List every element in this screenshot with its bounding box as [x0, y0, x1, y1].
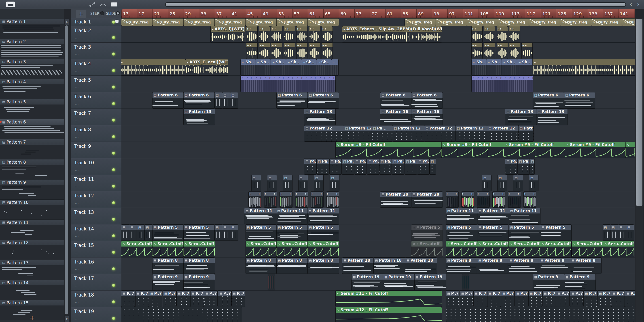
clip-pmini[interactable]: ▤ [603, 225, 611, 240]
scroll-up-icon[interactable]: ▲ [64, 19, 69, 24]
clip-chop[interactable]: ▸▸ [508, 192, 520, 207]
slide-toggle[interactable] [116, 11, 120, 15]
clip-p-7[interactable]: ▤P..7 [163, 291, 176, 307]
track-mute-led[interactable] [112, 300, 115, 304]
track-menu-dots[interactable]: ⋯ [75, 267, 79, 272]
clip-p-7[interactable]: ▤P..7 [177, 291, 190, 307]
track-header-18[interactable]: Track 18⋯ [71, 291, 122, 307]
clip-abts-l-wet[interactable]: ▸ABTS..l)(WET) [211, 26, 245, 42]
ruler-bar-101[interactable]: 101 [463, 9, 478, 18]
clip-sh[interactable]: ∞Sh.. [240, 59, 256, 75]
clip-sh[interactable]: ∞Sh.. [256, 59, 271, 75]
ruler-bar-81[interactable]: 81 [385, 9, 401, 18]
track-name[interactable]: Track 6 [74, 94, 91, 99]
playlist-lane-9[interactable]: ∿Serum #9 - Fil Cutoff∿Serum #9 - Fil Cu… [122, 142, 634, 158]
clip-sh[interactable]: ∞Sh.. [517, 59, 532, 75]
pattern-item-14[interactable]: ▤Pattern 14 [0, 280, 64, 300]
clip-p-7[interactable]: ▤P..7 [625, 291, 634, 307]
clip-p-7[interactable]: ▤P..7 [543, 291, 556, 307]
clip-chop[interactable]: ▸▸ [326, 192, 339, 207]
clip-sh[interactable]: ∞Sh.. [502, 59, 517, 75]
ruler-bar-97[interactable]: 97 [448, 9, 463, 18]
ruler-bar-85[interactable]: 85 [401, 9, 416, 18]
clip-amini[interactable]: ▸▸ [309, 26, 320, 42]
clip-p-7[interactable]: ▤P..7 [474, 291, 487, 307]
clip-fruity-freq[interactable]: ∿Fruity..freq [184, 18, 215, 26]
clip-pa[interactable]: ▤Pa.. [304, 159, 316, 174]
clip-amini[interactable]: ▸▸ [472, 43, 482, 59]
clip-pattern-12[interactable]: ▤Pattern 12 [487, 126, 518, 141]
clip-sh[interactable]: ∞ [332, 59, 338, 75]
playlist-lane-8[interactable]: ▤Pattern 12▤Pattern 12▤Pa...▤Pattern 12▤… [122, 125, 634, 142]
clip-pattern-13[interactable]: ▤Pattern 13 [505, 109, 536, 125]
track-header-8[interactable]: Track 8⋯ [71, 125, 122, 142]
clip-pattern-6[interactable]: ▤Pattern 6 [184, 92, 215, 108]
clip-amini[interactable]: ▸▸ [296, 43, 308, 59]
track-header-7[interactable]: Track 7⋯ [71, 109, 122, 125]
vertical-scrollbar[interactable] [636, 18, 643, 322]
clip-amini[interactable]: ▸▸ [259, 43, 270, 59]
playlist-lane-15[interactable]: ∿Seru..Cutoff∿Seru..Cutoff∿Seru..Cutoff∿… [122, 241, 634, 257]
track-menu-dots[interactable]: ⋯ [75, 168, 79, 173]
clip-amini[interactable]: ▸▸ [271, 26, 282, 42]
clip-chop[interactable]: ▸▸ [446, 192, 458, 207]
clip-p-7[interactable]: ▤P..7 [611, 291, 624, 307]
clip-pmini[interactable]: ▤ [498, 175, 507, 191]
clip-pmini[interactable]: ▤ [618, 225, 626, 240]
pattern-item-5[interactable]: ▤Pattern 5 [0, 99, 64, 119]
clip-pattern-8[interactable]: ▤Pattern 8 [570, 258, 601, 274]
track-name[interactable]: Track 15 [74, 243, 94, 248]
clip-amini[interactable]: ▸▸ [484, 26, 495, 42]
clip-fruity-freq[interactable]: ∿Fruity..freq [215, 18, 246, 26]
track-mute-led[interactable] [112, 119, 115, 122]
track-mute-led[interactable] [112, 251, 115, 254]
track-mute-led[interactable] [112, 86, 115, 89]
clip-sh[interactable]: ∞Sh.. [472, 59, 487, 75]
pattern-item-2[interactable]: ▤Pattern 2 [0, 39, 64, 59]
clip-amini[interactable]: ▸▸ [309, 43, 320, 59]
clip-pattern-12[interactable]: ▤Pattern 12 [518, 126, 533, 141]
playlist-lane-18[interactable]: ▤P..7▤P..7▤P..7▤P..7▤P..7▤P..7▤P..7▤P..7… [122, 291, 634, 307]
clip-pmini[interactable]: ▤ [137, 225, 145, 240]
clip-pmini[interactable]: ▤ [215, 225, 222, 240]
clip-fruity-freq[interactable]: ∿Fruity..freq [308, 18, 339, 26]
track-name[interactable]: Track 4 [74, 61, 91, 66]
clip-fruity-freq[interactable]: ∿Fruity..freq [622, 18, 634, 26]
track-menu-dots[interactable]: ⋯ [75, 201, 79, 206]
track-name[interactable]: Track 17 [74, 276, 94, 281]
track-name[interactable]: Track 11 [74, 177, 94, 182]
ruler-bar-137[interactable]: 137 [603, 9, 618, 18]
clip-pa[interactable]: ▤Pa.. [417, 159, 429, 174]
clip-pattern-11[interactable]: ▤Pattern 11 [478, 208, 509, 224]
track-mute-led[interactable] [112, 317, 115, 320]
clip-fruity-freq[interactable]: ∿Fruity..freq [529, 18, 560, 26]
clip-pattern-5[interactable]: ▤Pattern 5 [184, 225, 215, 240]
clip-chop[interactable]: ▸▸ [524, 192, 536, 207]
clip-pattern-5[interactable]: ▤Pattern 5 [509, 225, 540, 240]
clip-pattern-19[interactable]: ▤Pattern 19 [383, 274, 414, 290]
clip-pattern-16[interactable]: ▤Pattern 16 [412, 109, 442, 125]
clip-pa[interactable]: ▤Pa.. [317, 159, 329, 174]
clip-seru-cutoff[interactable]: ∿Seru..Cutoff [122, 241, 152, 257]
track-header-16[interactable]: Track 16⋯ [71, 257, 122, 274]
vertical-scrollbar-thumb[interactable] [636, 19, 642, 206]
clip-pattern-9[interactable]: ▤Pattern 9 [533, 274, 564, 290]
track-menu-dots[interactable]: ⋯ [75, 300, 79, 305]
playlist-lane-13[interactable]: ▤Pattern 11▤Pattern 11▤Pattern 11▤Patter… [122, 208, 634, 224]
ruler-bar-45[interactable]: 45 [246, 9, 261, 18]
ruler-bar-21[interactable]: 21 [152, 9, 168, 18]
playlist-lane-16[interactable]: ▤Pattern 8▤Pattern 8▤Pattern 8▤Pattern 8… [122, 257, 634, 274]
pattern-name[interactable]: Pattern 15 [6, 300, 28, 305]
clip-pattern-18[interactable]: ▤Pattern 18 [405, 258, 437, 274]
track-mute-led[interactable] [112, 218, 115, 221]
scroll-right-button[interactable]: › [635, 0, 641, 8]
pattern-name[interactable]: Pattern 10 [6, 200, 28, 205]
track-header-14[interactable]: Track 14⋯ [71, 224, 122, 241]
track-menu-dots[interactable]: ⋯ [75, 317, 79, 321]
clip-pattern-8[interactable]: ▤Pattern 8 [446, 258, 477, 274]
track-header-10[interactable]: Track 10⋯ [71, 158, 122, 175]
clip-seru-cutoff[interactable]: ∿Seru..Cutoff [276, 241, 308, 257]
track-menu-dots[interactable]: ⋯ [75, 35, 79, 40]
clip-amini[interactable]: ▸▸ [259, 26, 270, 42]
pattern-name[interactable]: Pattern 11 [6, 220, 28, 225]
